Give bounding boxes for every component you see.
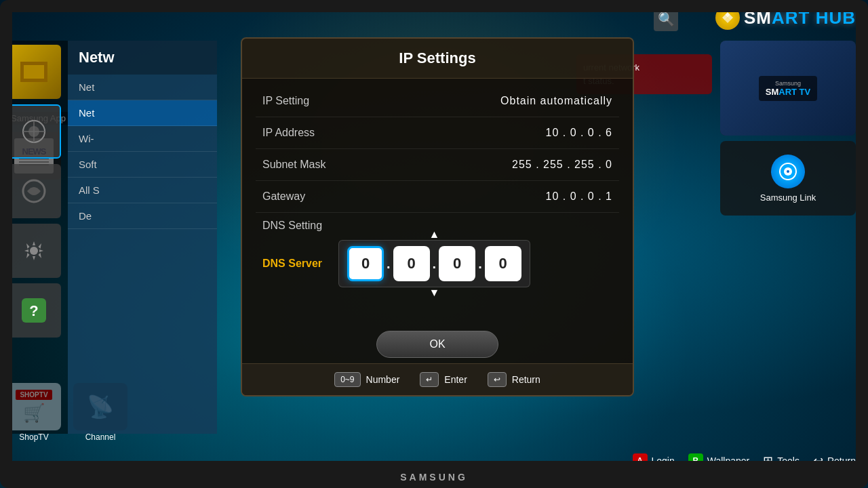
dns-input-3[interactable]: 0 bbox=[485, 246, 521, 281]
wallpaper-button[interactable]: B Wallpaper bbox=[688, 453, 750, 468]
channel-label: Channel bbox=[73, 432, 127, 442]
return-button[interactable]: ↩ Return bbox=[813, 453, 856, 468]
return-label: Return bbox=[512, 374, 540, 385]
samsung-link-label: Samsung Link bbox=[760, 192, 816, 203]
tools-label: Tools bbox=[777, 455, 800, 466]
subnet-mask-value: 255 . 255 . 255 . 0 bbox=[512, 159, 612, 171]
number-key: 0~9 bbox=[334, 372, 360, 387]
dialog-title: IP Settings bbox=[242, 39, 633, 79]
dns-arrow-up[interactable]: ▲ bbox=[429, 228, 439, 241]
ip-setting-label: IP Setting bbox=[262, 95, 309, 107]
gateway-row: Gateway 10 . 0 . 0 . 1 bbox=[256, 181, 619, 213]
sidebar-item-2[interactable]: Net bbox=[68, 100, 217, 126]
smart-hub-logo: SMART HUB bbox=[715, 5, 856, 30]
tools-button[interactable]: ⊞ Tools bbox=[763, 453, 800, 468]
smart-hub-icon bbox=[715, 5, 740, 30]
search-icon[interactable]: 🔍 bbox=[654, 7, 678, 31]
dns-setting-label: DNS Setting bbox=[262, 220, 322, 232]
enter-key: ↵ bbox=[420, 372, 439, 387]
thumb-item-1[interactable] bbox=[7, 45, 61, 99]
samsung-smarttv-badge: Samsung SMART TV bbox=[759, 76, 817, 101]
sidebar-item-1[interactable]: Net bbox=[68, 75, 217, 100]
ip-setting-value: Obtain automatically bbox=[500, 95, 612, 107]
enter-label: Enter bbox=[444, 374, 467, 385]
thumb-item-3[interactable] bbox=[7, 164, 61, 218]
wallpaper-label: Wallpaper bbox=[707, 455, 750, 466]
sidebar-item-3[interactable]: Wi- bbox=[68, 126, 217, 152]
subnet-mask-label: Subnet Mask bbox=[262, 159, 326, 171]
dns-input-1[interactable]: 0 bbox=[393, 246, 430, 281]
right-panel: Samsung SMART TV Samsung Link bbox=[720, 41, 856, 216]
footer-return: ↩ Return bbox=[488, 372, 540, 387]
dns-server-row: DNS Server ▲ 0 . 0 . 0 . 0 ▼ bbox=[256, 236, 619, 294]
samsung-brand-logo: SAMSUNG bbox=[400, 472, 468, 483]
number-label: Number bbox=[366, 374, 400, 385]
sidebar-menu: Netw Net Net Wi- Soft All S De bbox=[68, 41, 217, 434]
return-icon: ↩ bbox=[813, 453, 823, 468]
right-thumb: Samsung SMART TV bbox=[720, 41, 856, 136]
thumb-item-help[interactable]: ? bbox=[7, 283, 61, 338]
tools-icon: ⊞ bbox=[763, 453, 773, 468]
dns-server-label: DNS Server bbox=[262, 258, 330, 270]
dns-arrow-down[interactable]: ▼ bbox=[429, 287, 439, 299]
ip-settings-dialog: IP Settings IP Setting Obtain automatica… bbox=[241, 37, 634, 396]
sidebar-panel: ? Netw Net Net Wi- Soft All S De bbox=[0, 41, 217, 434]
sidebar-item-6[interactable]: De bbox=[68, 203, 217, 229]
ip-address-row: IP Address 10 . 0 . 0 . 6 bbox=[256, 117, 619, 149]
subnet-mask-row: Subnet Mask 255 . 255 . 255 . 0 bbox=[256, 149, 619, 181]
samsung-link-item[interactable]: Samsung Link bbox=[720, 141, 856, 216]
footer-enter: ↵ Enter bbox=[420, 372, 467, 387]
sidebar-item-4[interactable]: Soft bbox=[68, 152, 217, 178]
sidebar-header: Netw bbox=[68, 41, 217, 75]
login-button[interactable]: A Login bbox=[633, 453, 675, 468]
svg-rect-2 bbox=[24, 65, 44, 79]
gateway-label: Gateway bbox=[262, 190, 305, 203]
footer-number: 0~9 Number bbox=[334, 372, 399, 387]
settings-rows: IP Setting Obtain automatically IP Addre… bbox=[242, 79, 633, 325]
smart-hub-title: SMART HUB bbox=[744, 7, 856, 28]
sidebar-item-5[interactable]: All S bbox=[68, 178, 217, 203]
return-key: ↩ bbox=[488, 372, 507, 387]
dns-inputs: ▲ 0 . 0 . 0 . 0 ▼ bbox=[338, 240, 530, 287]
dns-input-0[interactable]: 0 bbox=[347, 246, 384, 281]
thumb-item-2[interactable] bbox=[7, 104, 61, 159]
dialog-footer: 0~9 Number ↵ Enter ↩ Return bbox=[242, 363, 633, 395]
sidebar-thumbnails: ? bbox=[0, 41, 68, 434]
svg-point-8 bbox=[30, 247, 38, 255]
ok-button[interactable]: OK bbox=[376, 331, 498, 358]
ip-address-value: 10 . 0 . 0 . 6 bbox=[546, 127, 613, 139]
gateway-value: 10 . 0 . 0 . 1 bbox=[546, 190, 613, 203]
return-label: Return bbox=[827, 455, 856, 466]
wallpaper-badge: B bbox=[688, 453, 703, 468]
ip-address-label: IP Address bbox=[262, 127, 315, 139]
login-label: Login bbox=[652, 455, 675, 466]
thumb-item-gear[interactable] bbox=[7, 224, 61, 278]
ip-setting-row: IP Setting Obtain automatically bbox=[256, 85, 619, 117]
shoptv-label: ShopTV bbox=[7, 432, 61, 442]
svg-text:?: ? bbox=[29, 302, 38, 319]
svg-point-13 bbox=[787, 170, 789, 173]
tv-background: SMART HUB 🔍 bbox=[0, 0, 868, 488]
samsung-link-icon bbox=[771, 155, 805, 188]
dns-input-2[interactable]: 0 bbox=[439, 246, 475, 281]
login-badge: A bbox=[633, 453, 648, 468]
